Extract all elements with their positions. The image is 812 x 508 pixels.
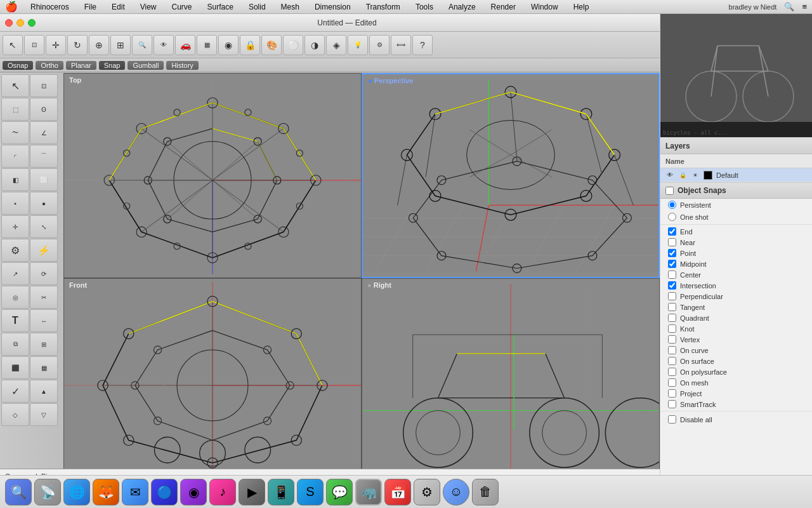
osnap-button[interactable]: Osnap bbox=[3, 61, 33, 70]
lasso-icon[interactable]: ʘ bbox=[30, 98, 58, 121]
dock-blue-app[interactable]: 🔵 bbox=[151, 479, 178, 505]
select-tool[interactable]: ↖ bbox=[3, 35, 23, 55]
layer-color-swatch[interactable] bbox=[704, 171, 712, 180]
search-icon[interactable]: 🔍 bbox=[784, 2, 794, 11]
viewport-front[interactable]: Front bbox=[63, 278, 362, 483]
point-tool[interactable]: ◉ bbox=[218, 35, 239, 55]
zoom-tool[interactable]: ⊕ bbox=[89, 35, 109, 55]
dock-finder[interactable]: 🔍 bbox=[5, 479, 32, 505]
zoom-extents-tool[interactable]: ⊞ bbox=[110, 35, 131, 55]
obj-properties[interactable]: ⚙ bbox=[369, 35, 390, 55]
mesh-tool[interactable]: ▦ bbox=[197, 35, 217, 55]
history-button[interactable]: History bbox=[166, 61, 198, 70]
fire-icon[interactable]: ▽ bbox=[30, 403, 58, 426]
dimension-icon[interactable]: ↔ bbox=[30, 309, 58, 332]
menu-rhinoceros[interactable]: Rhinoceros bbox=[28, 3, 72, 11]
material-tool[interactable]: ◈ bbox=[326, 35, 346, 55]
object-snaps-enable[interactable] bbox=[665, 187, 674, 195]
dock-finder-2[interactable]: ☺ bbox=[443, 479, 469, 505]
dock-skype[interactable]: S bbox=[297, 479, 324, 505]
ortho-button[interactable]: Ortho bbox=[36, 61, 63, 70]
snap-midpoint-checkbox[interactable] bbox=[668, 260, 676, 268]
dock-settings[interactable]: ⚙ bbox=[414, 479, 440, 505]
viewport-top-canvas[interactable]: x y bbox=[64, 74, 361, 277]
dock-trash[interactable]: 🗑 bbox=[472, 479, 499, 505]
snap-quadrant-checkbox[interactable] bbox=[668, 314, 676, 322]
named-views-tool[interactable]: 👁 bbox=[154, 35, 174, 55]
gear-icon[interactable]: ⚙ bbox=[1, 239, 29, 262]
viewport-top[interactable]: Top x y bbox=[63, 73, 362, 278]
snap-end-checkbox[interactable] bbox=[668, 227, 676, 236]
zoom-window-tool[interactable]: 🔍 bbox=[132, 35, 152, 55]
menu-solid[interactable]: Solid bbox=[246, 3, 268, 11]
menu-tools[interactable]: Tools bbox=[413, 3, 436, 11]
layer-render-icon[interactable]: ☀ bbox=[691, 171, 700, 180]
window-select-icon[interactable]: ⬚ bbox=[1, 98, 29, 121]
snap-onsurface-checkbox[interactable] bbox=[668, 357, 676, 365]
snap-smarttrack-checkbox[interactable] bbox=[668, 400, 676, 408]
planar-button[interactable]: Planar bbox=[66, 61, 96, 70]
dock-purple-app[interactable]: ◉ bbox=[180, 479, 207, 505]
menu-transform[interactable]: Transform bbox=[363, 3, 403, 11]
disable-all-checkbox[interactable] bbox=[668, 415, 676, 424]
oneshot-radio[interactable] bbox=[668, 213, 676, 221]
menu-analyze[interactable]: Analyze bbox=[446, 3, 478, 11]
snap-tangent-checkbox[interactable] bbox=[668, 303, 676, 311]
block-icon[interactable]: ⬛ bbox=[1, 356, 29, 379]
orient-icon[interactable]: ⟳ bbox=[30, 262, 58, 285]
triangle-icon[interactable]: ▲ bbox=[30, 380, 58, 403]
minimize-button[interactable] bbox=[16, 19, 24, 27]
rotate-tool[interactable]: ↻ bbox=[67, 35, 88, 55]
dot-select-icon[interactable]: ⊡ bbox=[30, 74, 58, 97]
close-button[interactable] bbox=[5, 19, 13, 27]
menu-view[interactable]: View bbox=[138, 3, 159, 11]
box-icon[interactable]: ▪ bbox=[1, 192, 29, 215]
menu-help[interactable]: Help bbox=[571, 3, 592, 11]
polyline-icon[interactable]: ∠ bbox=[30, 121, 58, 144]
viewport-perspective[interactable]: ● Perspective bbox=[362, 73, 660, 278]
viewport-front-canvas[interactable]: x y bbox=[64, 279, 361, 483]
move-icon[interactable]: ✛ bbox=[1, 215, 29, 238]
viewport-right-canvas[interactable]: x z bbox=[362, 279, 659, 483]
arrow-select-icon[interactable]: ↖ bbox=[1, 74, 29, 97]
layer-default-row[interactable]: 👁 🔒 ☀ Default bbox=[660, 168, 812, 182]
dock-message[interactable]: 💬 bbox=[326, 479, 353, 505]
dock-wifi[interactable]: 📡 bbox=[34, 479, 61, 505]
viewport-right[interactable]: ● Right bbox=[362, 278, 660, 483]
lock-tool[interactable]: 🔒 bbox=[240, 35, 260, 55]
menu-surface[interactable]: Surface bbox=[205, 3, 236, 11]
dock-itunes[interactable]: ♪ bbox=[209, 479, 236, 505]
boolean-icon[interactable]: ◎ bbox=[1, 286, 29, 309]
dock-rhino-icon[interactable]: 🦏 bbox=[355, 479, 382, 505]
mirror-tool[interactable]: ⟺ bbox=[391, 35, 411, 55]
layer-lock-icon[interactable]: 🔒 bbox=[678, 171, 687, 180]
persistent-radio[interactable] bbox=[668, 201, 676, 209]
select-point-tool[interactable]: ⊡ bbox=[24, 35, 44, 55]
array-icon[interactable]: ⊞ bbox=[30, 333, 58, 356]
check-icon[interactable]: ✓ bbox=[1, 380, 29, 403]
arc-icon[interactable]: ◜ bbox=[1, 145, 29, 168]
group-icon[interactable]: ▦ bbox=[30, 356, 58, 379]
dock-mobile[interactable]: 📱 bbox=[268, 479, 294, 505]
dock-calendar[interactable]: 📅 bbox=[384, 479, 411, 505]
menu-window[interactable]: Window bbox=[528, 3, 561, 11]
display-tool[interactable]: ◑ bbox=[304, 35, 325, 55]
apple-menu[interactable]: 🍎 bbox=[5, 1, 18, 13]
pan-tool[interactable]: ✛ bbox=[46, 35, 66, 55]
menu-render[interactable]: Render bbox=[488, 3, 518, 11]
sphere-tool[interactable]: ⚪ bbox=[283, 35, 303, 55]
snap-knot-checkbox[interactable] bbox=[668, 324, 676, 333]
snap-onpolysurface-checkbox[interactable] bbox=[668, 368, 676, 376]
copy-icon[interactable]: ⧉ bbox=[1, 333, 29, 356]
trim-icon[interactable]: ✂ bbox=[30, 286, 58, 309]
surface-icon[interactable]: ◧ bbox=[1, 168, 29, 191]
car-tool[interactable]: 🚗 bbox=[175, 35, 195, 55]
gumball-button[interactable]: Gumball bbox=[128, 61, 164, 70]
extrude-icon[interactable]: ⬜ bbox=[30, 168, 58, 191]
menu-curve[interactable]: Curve bbox=[169, 3, 195, 11]
dock-mail[interactable]: ✉ bbox=[122, 479, 148, 505]
snap-oncurve-checkbox[interactable] bbox=[668, 346, 676, 354]
snap-onmesh-checkbox[interactable] bbox=[668, 378, 676, 387]
snap-point-checkbox[interactable] bbox=[668, 249, 676, 257]
sphere-solid-icon[interactable]: ● bbox=[30, 192, 58, 215]
